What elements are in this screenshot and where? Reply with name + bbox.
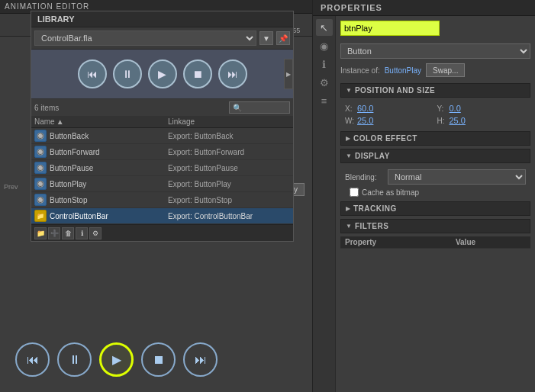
list-item[interactable]: 📁 ControlButtonBar Export: ControlButton…: [31, 208, 293, 224]
library-preview: ⏮ ⏸ ▶ ⏹ ⏭ ▶: [31, 50, 293, 99]
properties-btn[interactable]: ℹ: [76, 227, 88, 239]
preview-stop-btn[interactable]: ⏹: [183, 59, 212, 88]
color-icon[interactable]: ◉: [316, 37, 333, 54]
w-label: W:: [345, 117, 354, 125]
h-field: H: 25.0: [437, 116, 527, 125]
filters-table: Property Value: [340, 236, 530, 249]
preview-pause-btn[interactable]: ⏸: [113, 59, 142, 88]
layers-icon[interactable]: ≡: [316, 92, 333, 109]
library-items-list: 🔘 ButtonBack Export: ButtonBack 🔘 Button…: [31, 128, 293, 224]
tracking-section-header[interactable]: ▶ TRACKING: [340, 201, 530, 216]
filters-arrow-icon: ▼: [346, 223, 352, 230]
item-linkage: Export: ButtonStop: [168, 196, 290, 204]
sort-arrow-icon: ▲: [56, 117, 64, 126]
swap-button[interactable]: Swap...: [426, 63, 465, 77]
library-search-row: ControlBar.fla ▼ 📌: [31, 27, 293, 50]
icon-strip: ↖ ◉ ℹ ⚙ ≡: [313, 16, 336, 392]
library-list-header: Name ▲ Linkage: [31, 116, 293, 128]
w-value[interactable]: 25.0: [357, 116, 373, 125]
linkage-column-header: Linkage: [168, 117, 290, 126]
instance-of-value: ButtonPlay: [385, 66, 421, 75]
settings-icon[interactable]: ⚙: [316, 74, 333, 91]
color-effect-arrow-icon: ▶: [346, 135, 350, 142]
item-icon: 🔘: [34, 162, 47, 174]
blending-label: Blending:: [345, 173, 383, 182]
item-linkage: Export: ButtonPause: [168, 164, 290, 172]
new-folder-btn[interactable]: 📁: [34, 227, 47, 239]
type-dropdown[interactable]: Button Movie Clip Graphic: [340, 43, 530, 59]
list-item[interactable]: 🔘 ButtonStop Export: ButtonStop: [31, 192, 293, 208]
h-value[interactable]: 25.0: [450, 116, 466, 125]
filters-section-header[interactable]: ▼ FILTERS: [340, 219, 530, 233]
list-item[interactable]: 🔘 ButtonBack Export: ButtonBack: [31, 128, 293, 144]
library-title: LIBRARY: [37, 14, 74, 24]
position-size-section-header[interactable]: ▼ POSITION AND SIZE: [340, 83, 530, 98]
preview-back-btn[interactable]: ⏮: [78, 59, 107, 88]
instance-of-row: Instance of: ButtonPlay Swap...: [340, 63, 530, 77]
display-section-header[interactable]: ▼ DISPLAY: [340, 149, 530, 163]
delete-btn[interactable]: 🗑: [62, 227, 74, 239]
tracking-label: TRACKING: [353, 204, 397, 213]
instance-name-row: [340, 21, 530, 36]
position-size-grid: X: 60.0 Y: 0.0 W: 25.0 H: 25.0: [340, 101, 530, 128]
canvas-forward-btn[interactable]: ⏭: [183, 342, 218, 377]
library-search-input[interactable]: [229, 101, 290, 114]
cache-bitmap-checkbox[interactable]: [350, 188, 359, 197]
name-header-label: Name: [34, 117, 55, 126]
display-label: DISPLAY: [355, 152, 390, 160]
item-name: ButtonStop: [50, 196, 168, 204]
item-name: ButtonForward: [50, 148, 168, 156]
tracking-arrow-icon: ▶: [346, 205, 350, 212]
preview-forward-btn[interactable]: ⏭: [218, 59, 247, 88]
blending-row: Blending: Normal Layer Darken Multiply L…: [345, 169, 526, 185]
canvas-play-btn[interactable]: ▶: [99, 342, 134, 377]
h-label: H:: [437, 117, 446, 125]
canvas-back-btn[interactable]: ⏮: [15, 342, 50, 377]
library-pin-btn[interactable]: 📌: [276, 31, 290, 45]
canvas-stop-btn[interactable]: ⏹: [141, 342, 176, 377]
item-icon: 🔘: [34, 178, 47, 190]
list-item[interactable]: 🔘 ButtonPause Export: ButtonPause: [31, 160, 293, 176]
properties-inner: ↖ ◉ ℹ ⚙ ≡ Button Movie Clip Graphic: [313, 16, 535, 392]
color-effect-label: COLOR EFFECT: [353, 134, 417, 143]
preview-scroll-btn[interactable]: ▶: [284, 59, 293, 89]
collapse-arrow-icon: ▼: [346, 87, 352, 94]
item-linkage: Export: ButtonForward: [168, 148, 290, 156]
library-file-dropdown[interactable]: ControlBar.fla: [34, 31, 256, 46]
display-arrow-icon: ▼: [346, 153, 352, 159]
name-column-header[interactable]: Name ▲: [34, 117, 168, 126]
y-label: Y:: [437, 104, 446, 113]
item-linkage: Export: ButtonPlay: [168, 180, 290, 188]
blending-dropdown[interactable]: Normal Layer Darken Multiply Lighten Scr…: [388, 169, 526, 185]
item-count-row: 6 items: [31, 99, 293, 116]
item-name: ButtonPause: [50, 164, 168, 172]
color-effect-section-header[interactable]: ▶ COLOR EFFECT: [340, 131, 530, 146]
item-icon: 🔘: [34, 146, 47, 158]
settings-btn[interactable]: ⚙: [89, 227, 102, 239]
library-panel: LIBRARY ControlBar.fla ▼ 📌 ⏮ ⏸ ▶ ⏹ ⏭ ▶: [31, 11, 294, 242]
item-linkage: Export: ControlButtonBar: [168, 212, 290, 220]
position-size-label: POSITION AND SIZE: [355, 86, 435, 95]
library-toolbar: 📁 ➕ 🗑 ℹ ⚙: [31, 224, 293, 241]
properties-title: PROPERTIES: [313, 0, 535, 16]
instance-name-input[interactable]: [340, 21, 440, 36]
preview-play-btn[interactable]: ▶: [148, 59, 177, 88]
right-panel: PROPERTIES ↖ ◉ ℹ ⚙ ≡ Button Movie Clip: [313, 0, 535, 392]
cache-bitmap-label: Cache as bitmap: [362, 188, 419, 197]
library-menu-btn[interactable]: ▼: [259, 31, 273, 45]
list-item[interactable]: 🔘 ButtonPlay Export: ButtonPlay: [31, 176, 293, 192]
item-name: ControlButtonBar: [50, 212, 168, 220]
item-name: ButtonPlay: [50, 180, 168, 188]
x-value[interactable]: 60.0: [357, 104, 373, 113]
new-symbol-btn[interactable]: ➕: [48, 227, 60, 239]
value-column-header: Value: [451, 236, 530, 249]
canvas-pause-btn[interactable]: ⏸: [57, 342, 92, 377]
list-item[interactable]: 🔘 ButtonForward Export: ButtonForward: [31, 144, 293, 160]
cursor-icon[interactable]: ↖: [316, 19, 333, 36]
display-section: Blending: Normal Layer Darken Multiply L…: [340, 166, 530, 200]
filters-label: FILTERS: [355, 222, 388, 230]
control-bar-canvas: ⏮ ⏸ ▶ ⏹ ⏭: [15, 342, 218, 377]
info-icon[interactable]: ℹ: [316, 56, 333, 72]
item-count-label: 6 items: [34, 104, 59, 112]
y-value[interactable]: 0.0: [450, 104, 461, 113]
